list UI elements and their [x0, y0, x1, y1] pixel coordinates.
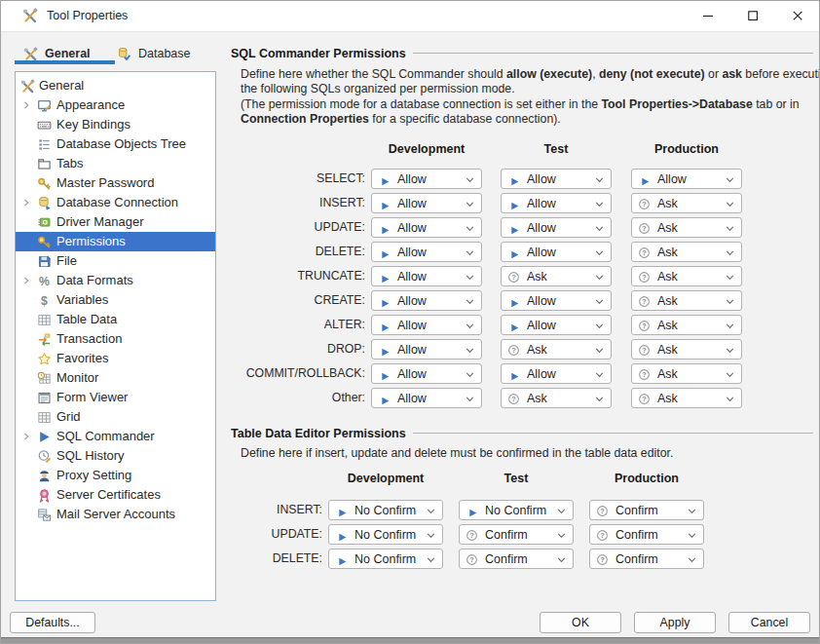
chevron-right-icon[interactable]	[20, 197, 32, 208]
create-development-dropdown[interactable]: Allow	[371, 290, 482, 311]
sidebar-item-mail-server-accounts[interactable]: Mail Server Accounts	[16, 505, 215, 524]
sidebar-item-permissions[interactable]: Permissions	[16, 232, 215, 251]
drop-development-dropdown[interactable]: Allow	[371, 339, 482, 360]
truncate-production-dropdown[interactable]: ?Ask	[631, 266, 742, 286]
delete-development-dropdown[interactable]: Allow	[371, 242, 482, 262]
alter-test-dropdown[interactable]: Allow	[501, 315, 612, 335]
sidebar-item-master-password[interactable]: Master Password	[16, 173, 215, 193]
update-production-dropdown[interactable]: ?Ask	[631, 217, 742, 238]
sidebar-item-driver-manager[interactable]: Driver Manager	[16, 212, 215, 232]
sidebar-item-label: Driver Manager	[56, 212, 144, 232]
chevron-down-icon	[464, 221, 476, 234]
create-test-dropdown[interactable]: Allow	[501, 290, 612, 311]
sidebar-item-key-bindings[interactable]: Key Bindings	[16, 115, 215, 134]
truncate-development-dropdown[interactable]: Allow	[371, 266, 482, 286]
create-production-dropdown[interactable]: ?Ask	[631, 290, 742, 311]
alter-production-dropdown[interactable]: ?Ask	[631, 315, 742, 335]
drop-production-dropdown[interactable]: ?Ask	[631, 339, 742, 360]
sidebar-item-database-connection[interactable]: Database Connection	[16, 193, 215, 212]
delete-production-dropdown[interactable]: ?Confirm	[589, 549, 704, 569]
truncate-test-dropdown[interactable]: ?Ask	[501, 266, 612, 286]
chevron-right-icon[interactable]	[20, 99, 32, 111]
update-development-dropdown[interactable]: Allow	[371, 217, 482, 238]
sidebar-item-database-objects-tree[interactable]: Database Objects Tree	[16, 134, 215, 154]
other-production-dropdown[interactable]: ?Ask	[631, 388, 742, 408]
insert-test-dropdown[interactable]: Allow	[501, 193, 612, 213]
select-test-dropdown[interactable]: Allow	[501, 169, 612, 189]
commit-rollback-test-dropdown[interactable]: Allow	[501, 363, 612, 384]
update-test-dropdown[interactable]: ?Confirm	[459, 524, 574, 545]
select-development-dropdown[interactable]: Allow	[371, 169, 482, 189]
commit-rollback-production-dropdown[interactable]: ?Ask	[631, 363, 742, 384]
sidebar-item-transaction[interactable]: Transaction	[16, 329, 215, 349]
cancel-button[interactable]: Cancel	[728, 612, 810, 633]
dropdown-value: Allow	[397, 246, 427, 259]
svg-text:$: $	[41, 293, 48, 307]
sidebar-item-file[interactable]: File	[16, 251, 215, 271]
section-description: Define here if insert, update and delete…	[241, 446, 673, 461]
delete-production-dropdown[interactable]: ?Ask	[631, 242, 742, 262]
tab-label: General	[45, 47, 91, 60]
row-label-alter: ALTER:	[231, 315, 365, 335]
insert-production-dropdown[interactable]: ?Ask	[631, 193, 742, 213]
minimize-icon	[700, 8, 716, 26]
dropdown-value: Allow	[527, 319, 556, 332]
alter-development-dropdown[interactable]: Allow	[371, 315, 482, 335]
sidebar-item-table-data[interactable]: Table Data	[16, 310, 215, 329]
svg-text:?: ?	[642, 346, 647, 355]
chevron-down-icon	[593, 221, 606, 234]
sidebar-item-server-certificates[interactable]: Server Certificates	[16, 485, 215, 505]
dropdown-value: Allow	[397, 197, 427, 210]
insert-development-dropdown[interactable]: No Confirm	[328, 500, 443, 520]
chevron-right-icon[interactable]	[20, 275, 32, 286]
maximize-button[interactable]	[736, 6, 769, 27]
chevron-down-icon	[555, 504, 568, 516]
sidebar-item-appearance[interactable]: Appearance	[16, 95, 215, 115]
delete-test-dropdown[interactable]: Allow	[501, 242, 612, 262]
drop-test-dropdown[interactable]: ?Ask	[501, 339, 612, 360]
play-icon	[509, 222, 520, 233]
svg-text:?: ?	[642, 224, 647, 233]
chevron-down-icon	[686, 552, 698, 565]
chevron-right-icon[interactable]	[20, 431, 32, 442]
select-production-dropdown[interactable]: Allow	[631, 169, 742, 189]
sidebar-item-sql-history[interactable]: SQL History	[16, 446, 215, 466]
play-icon	[337, 529, 348, 540]
insert-development-dropdown[interactable]: Allow	[371, 193, 482, 213]
sidebar-item-sql-commander[interactable]: SQL Commander	[16, 427, 215, 446]
sidebar-item-tabs[interactable]: Tabs	[16, 154, 215, 173]
ok-button[interactable]: OK	[540, 612, 621, 633]
sidebar-item-general[interactable]: General	[16, 76, 215, 95]
defaults-button[interactable]: Defaults...	[10, 612, 95, 633]
sidebar-item-form-viewer[interactable]: Form Viewer	[16, 388, 215, 407]
question-icon: ?	[466, 552, 478, 565]
section-title-sql-commander-permissions: SQL Commander Permissions	[231, 46, 813, 60]
chevron-down-icon	[724, 246, 736, 258]
section-title-text: SQL Commander Permissions	[231, 47, 406, 60]
close-button[interactable]	[781, 6, 814, 27]
delete-test-dropdown[interactable]: ?Confirm	[459, 549, 574, 569]
sidebar-item-data-formats[interactable]: %Data Formats	[16, 271, 215, 290]
sidebar-item-favorites[interactable]: Favorites	[16, 349, 215, 368]
dropdown-value: Confirm	[615, 552, 658, 566]
play-icon	[380, 344, 391, 355]
update-test-dropdown[interactable]: Allow	[501, 217, 612, 238]
column-header-production: Production	[589, 472, 704, 485]
update-production-dropdown[interactable]: ?Confirm	[589, 524, 704, 545]
apply-button[interactable]: Apply	[634, 612, 716, 633]
insert-test-dropdown[interactable]: No Confirm	[459, 500, 574, 520]
sidebar-item-monitor[interactable]: Monitor	[16, 368, 215, 388]
update-development-dropdown[interactable]: No Confirm	[328, 524, 443, 545]
tab-database[interactable]: Database	[117, 43, 191, 64]
chevron-down-icon	[724, 172, 736, 185]
insert-production-dropdown[interactable]: ?Confirm	[589, 500, 704, 520]
other-development-dropdown[interactable]: Allow	[371, 388, 482, 408]
dropdown-value: Ask	[657, 221, 678, 235]
other-test-dropdown[interactable]: ?Ask	[501, 388, 612, 408]
sidebar-item-proxy-setting[interactable]: Proxy Setting	[16, 466, 215, 485]
sidebar-item-grid[interactable]: Grid	[16, 407, 215, 427]
minimize-button[interactable]	[691, 6, 725, 27]
delete-development-dropdown[interactable]: No Confirm	[328, 549, 443, 569]
sidebar-item-variables[interactable]: $Variables	[16, 290, 215, 310]
commit-rollback-development-dropdown[interactable]: Allow	[371, 363, 482, 384]
